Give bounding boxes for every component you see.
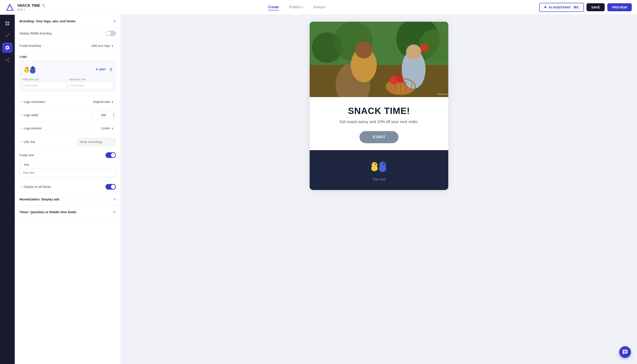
display-all-blocks-label: ↳ Display on all blocks	[20, 185, 51, 188]
monetization-section-title: Monetization: Display ads	[20, 198, 59, 201]
ai-icon: ✦	[544, 5, 547, 10]
indent-icon-5: ↳	[20, 163, 22, 166]
settings-panel: Branding: Your logo, ads, and footer ∧ D…	[15, 15, 121, 364]
text-input-area: ↳ Text	[15, 161, 121, 181]
pencil-icon: ✏	[96, 68, 98, 71]
logo-width-up-arrow[interactable]: ▲	[112, 113, 114, 115]
sidebar-item-grid[interactable]	[2, 18, 12, 28]
indent-icon-6: ↳	[20, 185, 22, 188]
logo-width-label: ↳ Logo width	[20, 113, 38, 117]
indent-icon: ↳	[20, 100, 22, 104]
svg-marker-40	[377, 164, 378, 166]
display-all-blocks-toggle[interactable]	[106, 184, 116, 190]
title-edit-icon[interactable]: ✏️	[42, 4, 46, 7]
logo-preview	[22, 63, 38, 76]
preview-area: pexels.com SNACK TIME! Get snack-savvy a…	[121, 15, 637, 364]
nav-create[interactable]: Create	[268, 4, 279, 10]
logo-label: Logo	[20, 55, 116, 58]
url-link-input[interactable]	[77, 138, 116, 146]
logo-card-top: ✏ EDIT 🗑	[22, 63, 113, 76]
svg-point-39	[372, 162, 377, 168]
timer-section-header[interactable]: Timer: Question or Riddle time limits ∨	[15, 206, 121, 218]
logo-position-chevron-icon: ∨	[111, 126, 114, 130]
nav-analyze[interactable]: Analyze	[313, 4, 326, 10]
svg-rect-4	[6, 24, 7, 25]
svg-point-7	[25, 66, 28, 70]
start-button[interactable]: START	[360, 131, 398, 143]
url-link-label: ↳ URL link	[20, 140, 35, 144]
footer-birds-image	[369, 159, 389, 174]
logo-orientation-dropdown[interactable]: Original ratio ∨	[90, 98, 116, 105]
footer-card: Your text	[310, 150, 448, 190]
footer-branding-value: Add your logo	[92, 44, 110, 48]
sidebar-item-design[interactable]	[2, 30, 12, 41]
svg-marker-0	[7, 4, 13, 10]
logo-position-dropdown[interactable]: Center ∨	[98, 125, 116, 132]
svg-marker-8	[28, 68, 30, 69]
logo-birds-image	[22, 64, 38, 75]
logo-edit-button[interactable]: ✏ EDIT	[96, 68, 106, 71]
indent-icon-3: ↳	[20, 127, 22, 130]
save-button[interactable]: SAVE	[586, 3, 605, 11]
footer-branding-label: Footer branding	[20, 44, 41, 48]
footer-branding-chevron-icon: ∨	[111, 44, 114, 48]
display-all-blocks-row: ↳ Display on all blocks	[15, 181, 121, 193]
nav-logo: SNACK TIME ✏️ Quiz ℹ	[5, 2, 46, 12]
timer-section-title: Timer: Question or Riddle time limits	[20, 210, 76, 214]
riddle-branding-row: Display Riddle branding	[15, 28, 121, 40]
footer-branding-dropdown[interactable]: Add your logo ∨	[89, 42, 116, 49]
logo-orientation-chevron-icon: ∨	[111, 100, 114, 104]
info-icon[interactable]: ℹ	[24, 8, 25, 11]
monetization-section-header[interactable]: Monetization: Display ads ∨	[15, 193, 121, 206]
sidebar-item-settings[interactable]	[2, 42, 12, 53]
svg-rect-2	[6, 22, 7, 23]
logo-card: ✏ EDIT 🗑 Attribution text Attribution UR…	[20, 60, 116, 92]
logo-width-arrows: ▲ ▼	[112, 113, 114, 118]
sidebar-item-share[interactable]	[2, 54, 12, 65]
branding-section-header[interactable]: Branding: Your logo, ads, and footer ∧	[15, 15, 121, 28]
attribution-url-input[interactable]	[69, 82, 113, 89]
monetization-chevron-icon: ∨	[113, 197, 116, 202]
ai-assistant-button[interactable]: ✦ AI ASSISTANT ⌘K	[539, 3, 584, 12]
footer-text-label: Footer text	[20, 154, 34, 157]
chat-bubble-button[interactable]	[619, 346, 631, 358]
attribution-text-input[interactable]	[22, 82, 67, 89]
indent-icon-4: ↳	[20, 140, 22, 144]
text-sub-label: ↳ Text	[20, 163, 116, 166]
svg-marker-44	[385, 164, 387, 166]
attribution-url-field: Attribution URL	[69, 78, 113, 89]
preview-button[interactable]: PREVIEW	[607, 3, 632, 11]
svg-point-11	[30, 66, 35, 71]
top-nav: SNACK TIME ✏️ Quiz ℹ Create Publish Anal…	[0, 0, 637, 15]
svg-text:pexels.com: pexels.com	[438, 93, 448, 95]
quiz-content: SNACK TIME! Get snack-savvy and 10% off …	[310, 97, 448, 150]
logo-width-down-arrow[interactable]: ▼	[112, 115, 114, 118]
quiz-main-title: SNACK TIME!	[316, 106, 441, 116]
nav-center: Create Publish Analyze	[54, 4, 539, 10]
footer-text-row: Footer text	[15, 149, 121, 161]
ai-shortcut-badge: ⌘K	[572, 6, 580, 9]
footer-branding-row: Footer branding Add your logo ∨	[15, 40, 121, 52]
footer-text-toggle[interactable]	[106, 152, 116, 158]
branding-section-title: Branding: Your logo, ads, and footer	[20, 19, 76, 23]
svg-point-9	[27, 68, 28, 68]
logo-orientation-value: Original ratio	[93, 100, 110, 104]
logo-position-label: ↳ Logo position	[20, 126, 42, 130]
quiz-card: pexels.com SNACK TIME! Get snack-savvy a…	[310, 22, 448, 190]
attribution-text-label: Attribution text	[22, 78, 67, 81]
attribution-url-label: Attribution URL	[69, 78, 113, 81]
hero-image: pexels.com	[310, 22, 448, 97]
main-layout: Branding: Your logo, ads, and footer ∧ D…	[0, 15, 637, 364]
riddle-branding-toggle[interactable]	[106, 30, 116, 36]
footer-text-input[interactable]	[20, 168, 116, 177]
logo-orientation-row: ↳ Logo orientation Original ratio ∨	[15, 96, 121, 108]
logo-delete-button[interactable]: 🗑	[109, 67, 113, 72]
logo-orientation-label: ↳ Logo orientation	[20, 100, 45, 104]
svg-rect-3	[8, 22, 9, 23]
app-logo-icon	[5, 2, 15, 12]
logo-position-row: ↳ Logo position Center ∨	[15, 122, 121, 135]
logo-section: Logo	[15, 52, 121, 96]
footer-birds	[369, 159, 389, 174]
nav-publish[interactable]: Publish	[289, 4, 303, 10]
logo-width-row: ↳ Logo width ▲ ▼	[15, 108, 121, 122]
